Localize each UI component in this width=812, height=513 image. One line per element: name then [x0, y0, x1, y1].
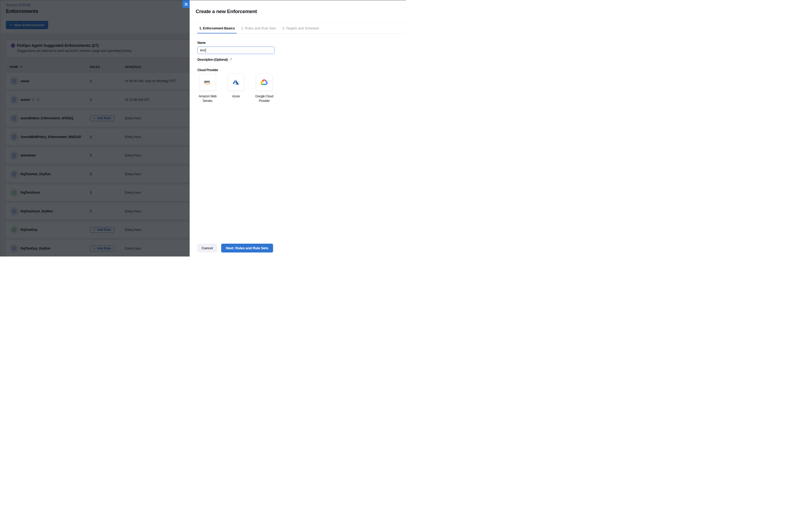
- svg-text:aws: aws: [204, 80, 210, 83]
